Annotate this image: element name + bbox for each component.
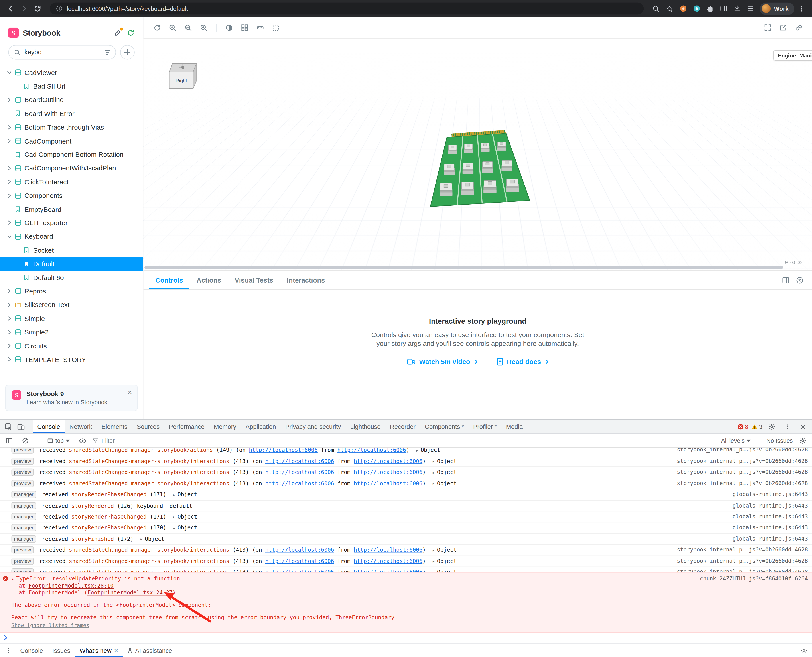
zoom-out-icon[interactable] bbox=[181, 21, 195, 34]
view-cube[interactable]: Right bbox=[167, 62, 198, 92]
tree-item-components[interactable]: Components bbox=[0, 189, 143, 202]
zoom-icon[interactable] bbox=[650, 2, 662, 15]
devtools-tab-lighthouse[interactable]: Lighthouse bbox=[346, 420, 385, 433]
tree-item-gltf-exporter[interactable]: GLTF exporter bbox=[0, 216, 143, 230]
tree-item-cadviewer[interactable]: CadViewer bbox=[0, 65, 143, 79]
devtools-settings-icon[interactable] bbox=[765, 420, 778, 433]
log-url-link[interactable]: http://localhost:6006 bbox=[354, 557, 422, 564]
log-url-link[interactable]: http://localhost:6006 bbox=[265, 569, 334, 572]
devtools-tab-recorder[interactable]: Recorder bbox=[385, 420, 420, 433]
filter-icon[interactable] bbox=[104, 49, 111, 56]
close-icon[interactable]: × bbox=[114, 647, 118, 654]
devtools-tab-elements[interactable]: Elements bbox=[97, 420, 132, 433]
drawer-tab-ai-assistance[interactable]: AI assistance bbox=[123, 644, 177, 657]
source-location-link[interactable]: storybook_internal_p….js?v=0b2660dd:4628 bbox=[677, 469, 808, 475]
expand-triangle-icon[interactable]: ▸ bbox=[432, 570, 435, 572]
source-location-link[interactable]: globals-runtime.js:6443 bbox=[733, 513, 808, 520]
inspect-element-icon[interactable] bbox=[2, 420, 14, 433]
browser-menu-icon[interactable] bbox=[795, 2, 808, 15]
devtools-tab-privacy-and-security[interactable]: Privacy and security bbox=[281, 420, 346, 433]
console-filter-input[interactable]: Filter bbox=[92, 437, 206, 444]
tree-item-repros[interactable]: Repros bbox=[0, 284, 143, 298]
story-item-emptyboard[interactable]: EmptyBoard bbox=[0, 202, 143, 216]
drawer-menu-icon[interactable] bbox=[2, 645, 14, 657]
canvas-horizontal-scrollbar[interactable] bbox=[145, 266, 783, 270]
outline-icon[interactable] bbox=[268, 21, 283, 34]
whats-new-card[interactable]: S Storybook 9 Learn what's new in Storyb… bbox=[5, 385, 138, 411]
source-location-link[interactable]: storybook_internal_p….js?v=0b2660dd:4628 bbox=[677, 458, 808, 464]
source-location-link[interactable]: globals-runtime.js:6443 bbox=[733, 491, 808, 498]
source-location-link[interactable]: storybook_internal_p….js?v=0b2660dd:4628 bbox=[677, 557, 808, 564]
back-icon[interactable] bbox=[4, 2, 17, 15]
log-levels-selector[interactable]: All levels bbox=[718, 436, 753, 445]
site-info-icon[interactable] bbox=[56, 5, 62, 12]
tree-item-keyboard[interactable]: Keyboard bbox=[0, 230, 143, 244]
story-item-board-with-error[interactable]: Board With Error bbox=[0, 107, 143, 120]
object-preview[interactable]: Object bbox=[437, 469, 457, 475]
object-preview[interactable]: Object bbox=[437, 458, 457, 464]
forward-icon[interactable] bbox=[17, 2, 30, 15]
drawer-tab-console[interactable]: Console bbox=[16, 644, 48, 657]
tree-item-simple2[interactable]: Simple2 bbox=[0, 325, 143, 339]
devtools-tab-media[interactable]: Media bbox=[501, 420, 527, 433]
object-preview[interactable]: Object bbox=[437, 569, 457, 572]
warning-count-badge[interactable]: 3 bbox=[751, 423, 762, 430]
stack-frame-link[interactable]: FootprinterModel.tsx:28:10 bbox=[28, 582, 114, 588]
devtools-tab-components[interactable]: Components* bbox=[420, 420, 469, 433]
zoom-reset-icon[interactable] bbox=[196, 21, 211, 34]
log-url-link[interactable]: http://localhost:6006 bbox=[354, 569, 422, 572]
log-url-link[interactable]: http://localhost:6006 bbox=[265, 458, 334, 464]
show-ignored-frames-link[interactable]: Show ignore-listed frames bbox=[11, 623, 89, 628]
stack-frame-link[interactable]: FootprinterModel.tsx:24:27 bbox=[87, 589, 173, 595]
source-location-link[interactable]: storybook_internal_p….js?v=0b2660dd:4628 bbox=[677, 568, 808, 572]
tree-item-bottom-trace-through-vias[interactable]: Bottom Trace through Vias bbox=[0, 120, 143, 134]
addon-tab-actions[interactable]: Actions bbox=[190, 271, 228, 290]
expand-triangle-icon[interactable]: ▸ bbox=[432, 470, 435, 475]
expand-triangle-icon[interactable]: ▸ bbox=[432, 547, 435, 553]
expand-triangle-icon[interactable]: ▸ bbox=[173, 492, 176, 497]
object-preview[interactable]: Object bbox=[437, 546, 457, 553]
expand-triangle-icon[interactable]: ▸ bbox=[432, 481, 435, 486]
source-location-link[interactable]: globals-runtime.js:6443 bbox=[733, 535, 808, 542]
devtools-menu-icon[interactable] bbox=[781, 420, 793, 433]
source-location-link[interactable]: storybook_internal_p….js?v=0b2660dd:4628 bbox=[677, 480, 808, 486]
log-url-link[interactable]: http://localhost:6006 bbox=[354, 469, 422, 475]
log-url-link[interactable]: http://localhost:6006 bbox=[249, 448, 318, 453]
create-story-button[interactable] bbox=[120, 45, 135, 59]
source-location-link[interactable]: chunk-24ZZHTHJ.js?v=f864010f:6264 bbox=[700, 575, 808, 581]
expand-triangle-icon[interactable]: ▸ bbox=[432, 459, 435, 464]
expand-triangle-icon[interactable]: ▸ bbox=[173, 525, 176, 530]
grid-toggle-icon[interactable] bbox=[237, 21, 252, 34]
tree-item-circuits[interactable]: Circuits bbox=[0, 339, 143, 353]
devtools-tab-console[interactable]: Console bbox=[33, 420, 65, 433]
pcb-3d-model[interactable] bbox=[429, 128, 538, 216]
open-canvas-new-tab-icon[interactable] bbox=[776, 21, 790, 34]
story-item-default[interactable]: Default bbox=[0, 257, 143, 271]
story-item-default-60[interactable]: Default 60 bbox=[0, 271, 143, 284]
story-item-socket[interactable]: Socket bbox=[0, 243, 143, 257]
expand-triangle-icon[interactable]: ▸ bbox=[11, 576, 14, 581]
read-docs-link[interactable]: Read docs bbox=[497, 358, 548, 365]
error-count-badge[interactable]: 8 bbox=[737, 423, 748, 430]
addon-tab-visual-tests[interactable]: Visual Tests bbox=[228, 271, 280, 290]
object-preview[interactable]: Object bbox=[178, 524, 197, 530]
notifications-icon[interactable] bbox=[114, 29, 122, 37]
clear-console-icon[interactable] bbox=[19, 434, 31, 447]
log-url-link[interactable]: http://localhost:6006 bbox=[265, 480, 334, 486]
expand-triangle-icon[interactable]: ▸ bbox=[173, 514, 176, 519]
expand-triangle-icon[interactable]: ▸ bbox=[432, 559, 435, 564]
story-item-cad-component-bottom-rotation[interactable]: Cad Component Bottom Rotation bbox=[0, 148, 143, 162]
addon-tab-controls[interactable]: Controls bbox=[149, 271, 190, 290]
tree-item-cadcomponent[interactable]: CadComponent bbox=[0, 134, 143, 148]
tree-item-template-story[interactable]: TEMPLATE_STORY bbox=[0, 353, 143, 366]
close-icon[interactable]: × bbox=[128, 388, 132, 396]
copy-link-icon[interactable] bbox=[791, 21, 806, 34]
drawer-tab-what-s-new[interactable]: What's new× bbox=[75, 644, 123, 657]
console-prompt[interactable] bbox=[0, 633, 812, 643]
source-location-link[interactable]: storybook_internal_p….js?v=0b2660dd:4628 bbox=[677, 448, 808, 453]
expand-triangle-icon[interactable]: ▸ bbox=[140, 536, 143, 542]
issues-counter[interactable]: No Issues bbox=[766, 437, 793, 444]
source-location-link[interactable]: storybook_internal_p….js?v=0b2660dd:4628 bbox=[677, 546, 808, 553]
log-url-link[interactable]: http://localhost:6006 bbox=[354, 546, 422, 553]
drawer-settings-icon[interactable] bbox=[798, 645, 810, 657]
